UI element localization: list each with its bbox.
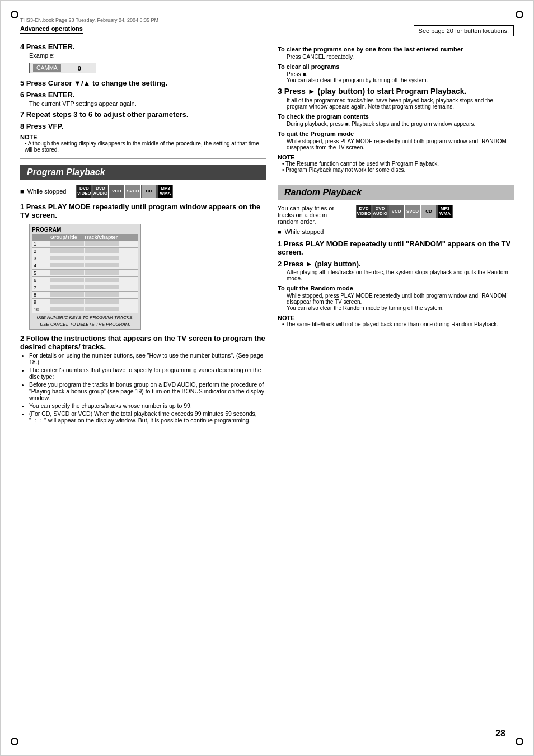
random-step-2-heading: 2 Press ► (play button). xyxy=(278,260,514,268)
program-table-note-2: USE CANCEL TO DELETE THE PROGRAM. xyxy=(32,322,138,327)
program-table-header: Group/Title Track/Chapter xyxy=(32,234,138,241)
quit-program-body: While stopped, press PLAY MODE repeatedl… xyxy=(287,138,514,151)
program-row: 4 xyxy=(32,262,138,270)
program-playback-section: Program Playback ■ While stopped DVDVIDE… xyxy=(20,165,266,424)
program-step-1: 1 Press PLAY MODE repeatedly until progr… xyxy=(20,203,266,330)
check-program-contents: To check the program contents During pla… xyxy=(278,113,514,127)
program-table-title: PROGRAM xyxy=(32,227,138,233)
program-col1-header xyxy=(34,234,50,240)
bullet-4: You can specify the chapters/tracks whos… xyxy=(29,402,266,409)
gamma-label: GAMMA xyxy=(33,64,61,72)
clear-all-body2: You can also clear the program by turnin… xyxy=(287,77,514,83)
header: Advanced operations See page 20 for butt… xyxy=(20,25,514,38)
random-playback-title: Random Playback xyxy=(278,185,514,200)
step-6-body: The current VFP settings appear again. xyxy=(29,100,266,107)
note-random-bullet-1: • The same title/track will not be playe… xyxy=(282,321,514,327)
note-section: NOTE • Although the setting display disa… xyxy=(20,134,266,153)
corner-decoration-tr xyxy=(516,11,523,18)
step-5: 5 Press Cursor ▼/▲ to change the setting… xyxy=(20,79,266,87)
clear-all-body1: Press ■. xyxy=(287,71,514,77)
step-5-heading: 5 Press Cursor ▼/▲ to change the setting… xyxy=(20,79,266,87)
program-row: 1 xyxy=(32,241,138,248)
random-black-square-icon: ■ xyxy=(278,228,282,235)
bullet-3: Before you program the tracks in bonus g… xyxy=(29,381,266,401)
random-while-stopped-label: While stopped xyxy=(285,228,324,235)
quit-program-heading: To quit the Program mode xyxy=(278,130,514,137)
step-4-heading: 4 Press ENTER. xyxy=(20,43,266,51)
random-step-1: 1 Press PLAY MODE repeatedly until "RAND… xyxy=(278,240,514,256)
step-3-body: If all of the programmed tracks/files ha… xyxy=(287,97,514,110)
random-badge-mp3: MP3WMA xyxy=(437,205,453,218)
right-column: To clear the programs one by one from th… xyxy=(278,43,514,427)
clear-one-by-one: To clear the programs one by one from th… xyxy=(278,46,514,60)
random-badge-vcd: VCD xyxy=(388,205,404,218)
disc-badges-random: DVDVIDEO DVDAUDIO VCD SVCD CD MP3WMA xyxy=(356,205,453,218)
program-row: 3 xyxy=(32,255,138,262)
program-row: 5 xyxy=(32,270,138,277)
page-number: 28 xyxy=(495,729,505,739)
random-playback-section: Random Playback You can play titles or t… xyxy=(278,185,514,327)
random-badge-dvd-video: DVDVIDEO xyxy=(356,205,372,218)
program-col3-header: Track/Chapter xyxy=(84,234,118,240)
random-step-1-heading: 1 Press PLAY MODE repeatedly until "RAND… xyxy=(278,240,514,256)
random-step-2-body: After playing all titles/tracks on the d… xyxy=(287,269,514,281)
program-row: 6 xyxy=(32,277,138,284)
step-4-example-label: Example: xyxy=(29,52,266,59)
badge-dvd-video: DVDVIDEO xyxy=(76,185,92,198)
step-8-heading: 8 Press VFP. xyxy=(20,122,266,130)
program-step-2: 2 Follow the instructions that appears o… xyxy=(20,334,266,424)
gamma-display: GAMMA 0 xyxy=(29,63,96,73)
clear-all-programs: To clear all programs Press ■. You can a… xyxy=(278,63,514,83)
note-random-title: NOTE xyxy=(278,314,514,321)
random-while-stopped: ■ While stopped xyxy=(278,228,514,235)
program-step-1-heading: 1 Press PLAY MODE repeatedly until progr… xyxy=(20,203,266,219)
clear-all-heading: To clear all programs xyxy=(278,63,514,70)
step-6: 6 Press ENTER. The current VFP settings … xyxy=(20,91,266,107)
section-header: Advanced operations xyxy=(20,25,83,34)
random-badge-cd: CD xyxy=(421,205,437,218)
corner-decoration-bl xyxy=(11,738,18,745)
program-table-note-1: USE NUMERIC KEYS TO PROGRAM TRACKS. xyxy=(32,315,138,320)
program-row: 10 xyxy=(32,306,138,313)
quit-random-body1: While stopped, press PLAY MODE repeatedl… xyxy=(287,293,514,305)
file-info: THS3-EN.book Page 28 Tuesday, February 2… xyxy=(20,17,514,23)
program-row: 9 xyxy=(32,299,138,306)
step-6-heading: 6 Press ENTER. xyxy=(20,91,266,99)
badge-vcd: VCD xyxy=(109,185,124,198)
disc-badges-program: DVDVIDEO DVDAUDIO VCD SVCD CD MP3WMA xyxy=(76,185,173,198)
step-3-play: 3 Press ► (play button) to start Program… xyxy=(278,87,514,110)
left-column: 4 Press ENTER. Example: GAMMA 0 5 Press … xyxy=(20,43,266,427)
step-7-heading: 7 Repeat steps 3 to 6 to adjust other pa… xyxy=(20,110,266,119)
clear-one-heading: To clear the programs one by one from th… xyxy=(278,46,514,53)
random-intro-row: You can play titles or tracks on a disc … xyxy=(278,205,514,225)
note-program: NOTE • The Resume function cannot be use… xyxy=(278,154,514,173)
program-step-2-bullets: For details on using the number buttons,… xyxy=(29,352,266,424)
program-table-rows: 12345678910 xyxy=(32,241,138,313)
divider-1 xyxy=(20,158,266,159)
note-program-bullet-1: • The Resume function cannot be used wit… xyxy=(282,161,514,167)
program-row: 2 xyxy=(32,248,138,255)
program-table: PROGRAM Group/Title Track/Chapter 123456… xyxy=(29,224,141,330)
random-intro-text: You can play titles or tracks on a disc … xyxy=(278,205,345,225)
quit-program-mode: To quit the Program mode While stopped, … xyxy=(278,130,514,151)
badge-dvd-audio: DVDAUDIO xyxy=(92,185,108,198)
gamma-value: 0 xyxy=(78,65,81,72)
while-stopped-label: While stopped xyxy=(27,188,67,195)
step-3-heading: 3 Press ► (play button) to start Program… xyxy=(278,87,514,96)
random-badge-svcd: SVCD xyxy=(405,205,420,218)
clear-one-body: Press CANCEL repeatedly. xyxy=(287,54,514,60)
note-program-bullet-2: • Program Playback may not work for some… xyxy=(282,167,514,173)
program-row: 7 xyxy=(32,284,138,292)
quit-random-heading: To quit the Random mode xyxy=(278,285,514,292)
corner-decoration-tl xyxy=(11,11,18,18)
badge-cd: CD xyxy=(141,185,157,198)
while-stopped-row: ■ While stopped DVDVIDEO DVDAUDIO VCD SV… xyxy=(20,185,266,198)
program-col2-header: Group/Title xyxy=(50,234,84,240)
quit-random-body2: You can also clear the Random mode by tu… xyxy=(287,305,514,311)
check-program-heading: To check the program contents xyxy=(278,113,514,120)
note-random: NOTE • The same title/track will not be … xyxy=(278,314,514,327)
note-program-title: NOTE xyxy=(278,154,514,161)
page-note: See page 20 for button locations. xyxy=(414,25,514,36)
divider-2 xyxy=(278,179,514,179)
step-4: 4 Press ENTER. Example: GAMMA 0 xyxy=(20,43,266,76)
